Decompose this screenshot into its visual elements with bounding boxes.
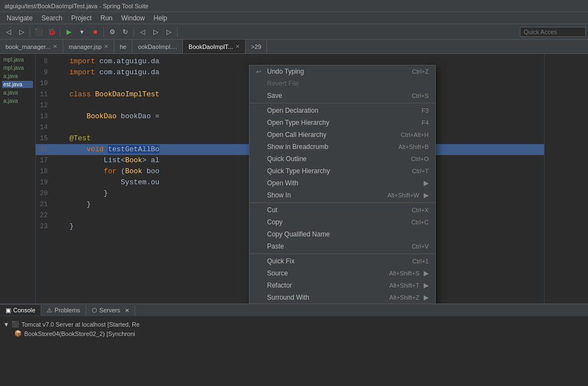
ctx-copy-qualified[interactable]: Copy Qualified Name <box>249 228 435 240</box>
tab-bookdaoimpltest[interactable]: BookDaoImplT... ✕ <box>183 40 246 53</box>
line-number: 18 <box>36 166 52 177</box>
title-bar: atguigu/test/BookDaoImplTest.java - Spri… <box>0 0 588 12</box>
ctx-open-with[interactable]: Open With ▶ <box>249 177 435 189</box>
server-sub-item: 📦 BookStore04(BookStore02_2) [Synchroni <box>14 329 585 338</box>
toolbar-sep-2 <box>60 27 60 37</box>
toolbar-stop[interactable]: ■ <box>89 26 101 38</box>
line-number: 21 <box>36 199 52 210</box>
toolbar-run[interactable]: ▶ <box>63 26 75 38</box>
toolbar-back[interactable]: ◁ <box>2 26 14 38</box>
tab-label: book_manager... <box>5 43 51 50</box>
ctx-quick-fix[interactable]: Quick Fix Ctrl+1 <box>249 255 435 267</box>
ctx-undo-typing[interactable]: ↩ Undo Typing Ctrl+Z <box>249 65 435 78</box>
menu-project[interactable]: Project <box>66 13 96 23</box>
toolbar-run-dropdown[interactable]: ▾ <box>76 26 88 38</box>
menu-search[interactable]: Search <box>37 13 66 23</box>
tab-manager-jsp[interactable]: manager.jsp ✕ <box>63 40 114 53</box>
arrow-icon: ▶ <box>424 191 429 199</box>
menu-help[interactable]: Help <box>149 13 171 23</box>
ctx-open-call-hierarchy[interactable]: Open Call Hierarchy Ctrl+Alt+H <box>249 129 435 141</box>
toolbar-forward[interactable]: ▷ <box>15 26 27 38</box>
line-number: 20 <box>36 188 52 199</box>
server-item: ▼ ⬛ Tomcat v7.0 Server at localhost [Sta… <box>3 319 585 329</box>
arrow-icon: ▶ <box>424 282 429 289</box>
problems-icon: ⚠ <box>47 307 52 314</box>
tab-bookdaoimpl[interactable]: ookDaoImpl.... <box>132 40 183 53</box>
server-expand-icon[interactable]: ▼ <box>3 321 9 328</box>
ctx-show-breadcrumb[interactable]: Show in Breadcrumb Alt+Shift+B <box>249 141 435 153</box>
tab-label: ookDaoImpl.... <box>138 43 177 50</box>
tab-book-manager[interactable]: book_manager... ✕ <box>0 40 63 53</box>
right-panel <box>544 54 588 304</box>
ctx-source[interactable]: Source Alt+Shift+S ▶ <box>249 267 435 279</box>
menu-navigate[interactable]: Navigate <box>2 13 37 23</box>
tab-close[interactable]: ✕ <box>104 43 108 49</box>
left-item-4[interactable]: est.java <box>2 81 33 88</box>
tab-label: >29 <box>251 43 262 50</box>
app-label: BookStore04(BookStore02_2) [Synchroni <box>24 330 135 337</box>
tab-close-active[interactable]: ✕ <box>235 43 240 49</box>
line-number: 10 <box>36 78 52 89</box>
toolbar-sep-5 <box>177 27 177 37</box>
toolbar-sep-3 <box>103 27 104 37</box>
tab-he[interactable]: he <box>114 40 132 53</box>
ctx-revert-file: Revert File <box>249 78 435 90</box>
line-number: 12 <box>36 100 52 111</box>
toolbar-save-all[interactable]: ⬛ <box>32 26 45 38</box>
line-number: 16 <box>36 144 52 155</box>
ctx-open-type-hierarchy[interactable]: Open Type Hierarchy F4 <box>249 117 435 129</box>
console-label: Console <box>13 307 35 313</box>
ctx-copy[interactable]: Copy Ctrl+C <box>249 216 435 228</box>
ctx-show-in[interactable]: Show In Alt+Shift+W ▶ <box>249 189 435 201</box>
ctx-save[interactable]: Save Ctrl+S <box>249 90 435 102</box>
toolbar-build[interactable]: ⚙ <box>106 26 118 38</box>
editor-area[interactable]: 8 import com.atguigu.da 9 import com.atg… <box>36 54 544 304</box>
ctx-refactor[interactable]: Refactor Alt+Shift+T ▶ <box>249 279 435 291</box>
left-item-3[interactable]: a.java <box>2 73 33 80</box>
main-layout: mpl.java mpl.java a.java est.java a.java… <box>0 54 588 304</box>
left-item-2[interactable]: mpl.java <box>2 64 33 71</box>
line-number: 8 <box>36 56 52 67</box>
bottom-area: ▣ Console ⚠ Problems ⬡ Servers ✕ ▼ ⬛ Tom… <box>0 304 588 386</box>
app-icon: 📦 <box>14 330 22 337</box>
bottom-content: ▼ ⬛ Tomcat v7.0 Server at localhost [Sta… <box>0 316 588 341</box>
toolbar-debug[interactable]: 🐞 <box>46 26 58 38</box>
ctx-surround-with[interactable]: Surround With Alt+Shift+Z ▶ <box>249 291 435 304</box>
toolbar-nav2[interactable]: ▷ <box>163 26 175 38</box>
quick-access-input[interactable] <box>520 27 586 37</box>
toolbar-refresh[interactable]: ↻ <box>119 26 131 38</box>
toolbar-history[interactable]: ◁ <box>136 26 148 38</box>
left-item-5[interactable]: a.java <box>2 89 33 96</box>
servers-close[interactable]: ✕ <box>125 307 129 313</box>
tab-29[interactable]: >29 <box>246 40 268 53</box>
line-number: 22 <box>36 210 52 221</box>
tab-label: manager.jsp <box>69 43 102 50</box>
arrow-icon: ▶ <box>424 179 429 187</box>
tab-label: BookDaoImplT... <box>188 43 233 50</box>
tab-close[interactable]: ✕ <box>53 43 57 49</box>
undo-icon: ↩ <box>256 68 265 75</box>
context-menu: ↩ Undo Typing Ctrl+Z Revert File Save Ct… <box>249 65 436 304</box>
server-icon: ⬛ <box>12 321 19 328</box>
line-number: 14 <box>36 122 52 133</box>
tab-console[interactable]: ▣ Console <box>0 305 41 316</box>
servers-label: Servers <box>99 307 120 313</box>
menu-run[interactable]: Run <box>96 13 117 23</box>
ctx-quick-outline[interactable]: Quick Outline Ctrl+O <box>249 153 435 165</box>
line-number: 13 <box>36 111 52 122</box>
ctx-quick-type-hierarchy[interactable]: Quick Type Hierarchy Ctrl+T <box>249 165 435 177</box>
ctx-paste[interactable]: Paste Ctrl+V <box>249 240 435 252</box>
tab-problems[interactable]: ⚠ Problems <box>41 305 86 316</box>
menu-bar: Navigate Search Project Run Window Help <box>0 12 588 24</box>
server-label: Tomcat v7.0 Server at localhost [Started… <box>21 321 140 328</box>
line-number: 23 <box>36 221 52 232</box>
left-item-6[interactable]: a.java <box>2 97 33 104</box>
left-item-1[interactable]: mpl.java <box>2 56 33 63</box>
servers-icon: ⬡ <box>92 307 97 314</box>
tab-servers[interactable]: ⬡ Servers ✕ <box>86 305 135 316</box>
ctx-cut[interactable]: Cut Ctrl+X <box>249 204 435 216</box>
line-number: 17 <box>36 155 52 166</box>
toolbar-next[interactable]: ▷ <box>149 26 162 38</box>
ctx-open-declaration[interactable]: Open Declaration F3 <box>249 104 435 117</box>
menu-window[interactable]: Window <box>117 13 149 23</box>
